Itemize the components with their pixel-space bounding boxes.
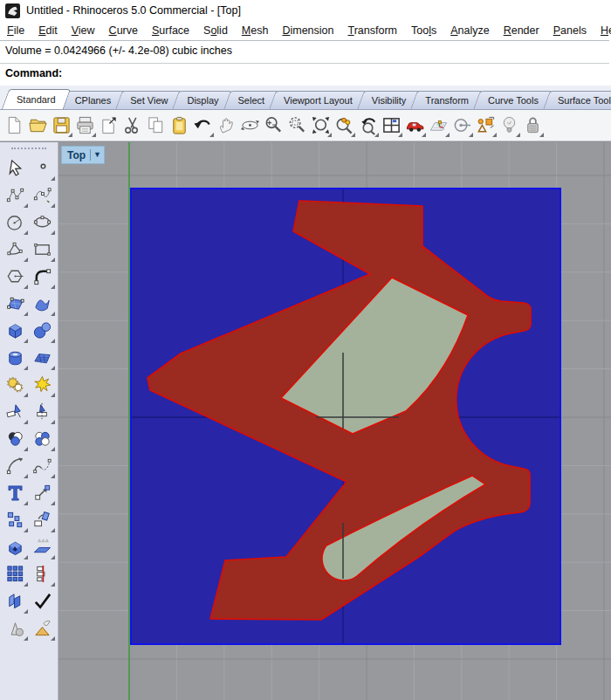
corner-curve-button[interactable] xyxy=(29,263,56,290)
export-page-button[interactable] xyxy=(97,113,120,138)
paste-button[interactable] xyxy=(168,113,191,138)
explode-button[interactable] xyxy=(29,371,56,398)
tab-standard[interactable]: Standard xyxy=(5,89,67,109)
primitives-button[interactable] xyxy=(2,614,29,642)
osnap-button[interactable] xyxy=(450,113,474,138)
copy-button[interactable] xyxy=(144,113,168,138)
rhino-app-icon xyxy=(5,3,20,18)
boolean-union-button[interactable] xyxy=(2,425,29,452)
polygon-button[interactable] xyxy=(2,263,29,290)
join-surfaces-button[interactable] xyxy=(2,587,29,614)
split-button[interactable] xyxy=(29,398,56,425)
extrude-button[interactable] xyxy=(2,533,29,560)
boolean-gears-button[interactable] xyxy=(2,371,29,398)
lock-icon xyxy=(523,115,543,135)
menu-item-mesh[interactable]: Mesh xyxy=(235,23,276,38)
zoom-button[interactable] xyxy=(262,113,285,138)
viewport-top[interactable]: Top ▼ xyxy=(58,142,611,700)
surface-patch-button[interactable] xyxy=(2,290,29,317)
closed-curve-button[interactable] xyxy=(2,236,29,263)
tab-viewport-layout[interactable]: Viewport Layout xyxy=(272,91,364,109)
open-folder-icon xyxy=(28,115,48,135)
tab-cplanes[interactable]: CPlanes xyxy=(64,91,123,109)
menu-item-edit[interactable]: Edit xyxy=(31,23,65,38)
new-file-button[interactable] xyxy=(3,113,26,138)
menu-item-panels[interactable]: Panels xyxy=(546,23,594,38)
fillet-curves-button[interactable] xyxy=(2,452,29,479)
viewport-layout-button[interactable] xyxy=(380,113,403,138)
viewport-canvas[interactable] xyxy=(58,142,611,700)
tab-display[interactable]: Display xyxy=(175,91,230,109)
menu-item-solid[interactable]: Solid xyxy=(196,23,235,38)
trim-button[interactable] xyxy=(2,398,29,425)
light-bulb-button[interactable] xyxy=(498,113,521,138)
layer-shapes-button[interactable] xyxy=(474,113,498,138)
pan-hand-button[interactable] xyxy=(215,113,238,138)
surface-normals-button[interactable] xyxy=(29,533,56,560)
zoom-selected-button[interactable] xyxy=(333,113,356,138)
move-button[interactable] xyxy=(29,479,56,506)
menu-item-render[interactable]: Render xyxy=(497,23,546,38)
align-button[interactable] xyxy=(29,560,56,587)
command-input[interactable]: Command: xyxy=(0,63,609,86)
array-grid-button[interactable] xyxy=(2,560,29,587)
menu-item-help[interactable]: Help xyxy=(594,23,611,38)
zoom-extents-icon xyxy=(311,115,331,135)
rotate-view-button[interactable] xyxy=(238,113,262,138)
menu-item-surface[interactable]: Surface xyxy=(145,23,196,38)
curved-surface-button[interactable] xyxy=(29,290,56,317)
tab-transform[interactable]: Transform xyxy=(414,91,480,109)
menu-item-transform[interactable]: Transform xyxy=(341,23,405,38)
cplane-button[interactable] xyxy=(427,113,450,138)
zoom-window-button[interactable] xyxy=(285,113,309,138)
control-point-curve-button[interactable] xyxy=(2,182,29,209)
print-button[interactable] xyxy=(73,113,97,138)
tab-surface-tools[interactable]: Surface Tools xyxy=(546,91,611,109)
menu-item-tools[interactable]: Tools xyxy=(404,23,443,38)
menu-item-dimension[interactable]: Dimension xyxy=(275,23,340,38)
save-button[interactable] xyxy=(50,113,73,138)
sand-tools-icon xyxy=(32,618,52,638)
tab-set-view[interactable]: Set View xyxy=(119,91,179,109)
viewport-drawing[interactable] xyxy=(58,142,611,700)
point-button[interactable] xyxy=(29,154,56,182)
ellipse-button[interactable] xyxy=(29,209,56,236)
blend-curves-button[interactable] xyxy=(29,452,56,479)
interpolate-curve-button[interactable] xyxy=(29,182,56,209)
sidebar-grip[interactable] xyxy=(11,148,46,149)
tab-visibility[interactable]: Visibility xyxy=(360,91,418,109)
window-title: Untitled - Rhinoceros 5.0 Commercial - [… xyxy=(26,4,241,17)
display-mode-car-button[interactable] xyxy=(403,113,427,138)
undo-view-button[interactable] xyxy=(356,113,380,138)
menu-item-curve[interactable]: Curve xyxy=(102,23,145,38)
sphere-button[interactable] xyxy=(29,317,56,344)
tab-curve-tools[interactable]: Curve Tools xyxy=(477,91,550,109)
control-point-curve-icon xyxy=(5,185,25,205)
menu-item-file[interactable]: File xyxy=(0,23,31,38)
lock-button[interactable] xyxy=(521,113,545,138)
check-button[interactable] xyxy=(29,587,56,614)
box-button[interactable] xyxy=(2,317,29,344)
open-folder-button[interactable] xyxy=(26,113,50,138)
menu-item-analyze[interactable]: Analyze xyxy=(443,23,496,38)
menu-item-view[interactable]: View xyxy=(65,23,102,38)
rectangle-button[interactable] xyxy=(29,236,56,263)
chevron-down-icon[interactable]: ▼ xyxy=(93,151,101,159)
array-button[interactable] xyxy=(2,506,29,533)
select-arrow-button[interactable] xyxy=(2,154,29,182)
tab-select[interactable]: Select xyxy=(227,91,277,109)
boolean-difference-button[interactable] xyxy=(29,425,56,452)
cplane-icon xyxy=(429,115,449,135)
text-button[interactable] xyxy=(2,479,29,506)
circle-button[interactable] xyxy=(2,209,29,236)
rotate-button[interactable] xyxy=(29,506,56,533)
mesh-surface-button[interactable] xyxy=(29,344,56,371)
align-icon xyxy=(32,564,52,584)
viewport-title-tab[interactable]: Top ▼ xyxy=(61,146,105,164)
undo-button[interactable] xyxy=(191,113,215,138)
cut-button[interactable] xyxy=(120,113,144,138)
sand-tools-button[interactable] xyxy=(29,614,56,642)
cylinder-button[interactable] xyxy=(2,344,29,371)
zoom-extents-button[interactable] xyxy=(309,113,333,138)
command-history-line: Volume = 0.0424966 (+/- 4.2e-08) cubic i… xyxy=(0,41,609,57)
